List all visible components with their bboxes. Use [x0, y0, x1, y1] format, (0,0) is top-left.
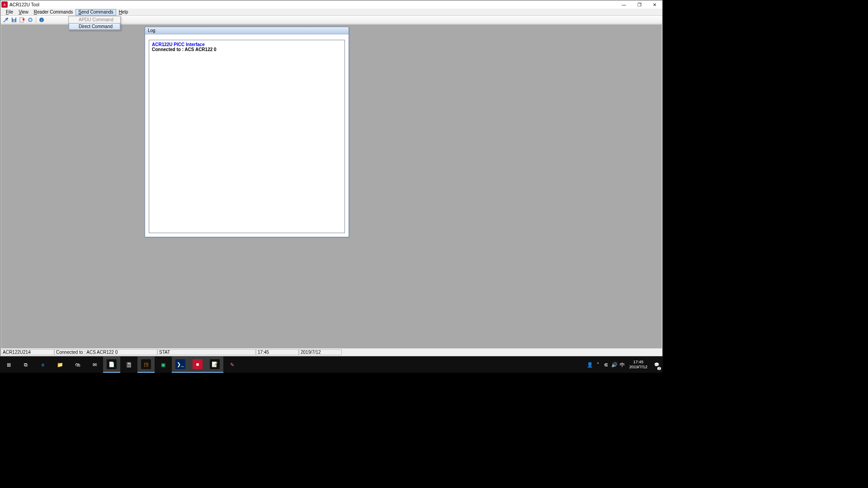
status-device: ACR122U214: [1, 349, 54, 355]
app-icon: A: [1, 1, 8, 8]
svg-point-8: [29, 19, 31, 21]
titlebar[interactable]: A ACR122U Tool — ❐ ✕: [0, 0, 662, 9]
toolbar-separator: [36, 17, 36, 23]
log-window[interactable]: Log ACR122U PICC Interface Connected to …: [145, 27, 349, 237]
taskbar-ms-store[interactable]: 🛍: [69, 357, 86, 373]
send-commands-dropdown: APDU Command Direct Command: [68, 16, 121, 30]
status-stat: STAT: [157, 349, 256, 355]
volume-icon[interactable]: 🔊: [610, 357, 618, 373]
powershell-icon: ❯_: [175, 359, 185, 369]
taskbar-mail[interactable]: ✉: [86, 357, 103, 373]
svg-rect-3: [13, 20, 15, 22]
maximize-button[interactable]: ❐: [632, 0, 647, 9]
taskbar-vmware[interactable]: ◳: [137, 357, 155, 373]
notepadpp-icon: 📄: [107, 359, 117, 369]
svg-point-0: [6, 18, 8, 19]
menu-help[interactable]: Help: [116, 9, 131, 15]
save-icon[interactable]: [10, 16, 18, 23]
edge-icon: e: [38, 360, 48, 370]
about-icon[interactable]: i: [38, 16, 45, 23]
menu-reader-commands[interactable]: Reader Commands: [31, 9, 76, 15]
ms-store-icon: 🛍: [72, 360, 82, 370]
firmware-icon[interactable]: [27, 16, 34, 23]
menu-item-direct-command[interactable]: Direct Command: [69, 23, 120, 30]
log-window-title[interactable]: Log: [145, 27, 349, 34]
status-date: 2019/7/12: [299, 349, 342, 355]
pycharm-icon: ▣: [158, 360, 168, 370]
taskbar-date: 2019/7/12: [629, 365, 647, 370]
notes-icon: 📓: [124, 360, 134, 370]
close-button[interactable]: ✕: [647, 0, 662, 9]
log-textarea[interactable]: ACR122U PICC Interface Connected to : AC…: [149, 40, 345, 233]
sketch-icon: ✎: [227, 360, 237, 370]
taskbar-edge[interactable]: e: [34, 357, 52, 373]
minimize-button[interactable]: —: [616, 0, 632, 9]
taskbar-notepadpp[interactable]: 📄: [103, 357, 120, 373]
windows-taskbar: ⊞⧉e📁🛍✉📄📓◳▣❯_■📝✎ 👤 ˄ ⋐ 🔊 中 17:45 2019/7/1…: [0, 357, 663, 373]
wordpad-icon: 📝: [210, 359, 220, 369]
connect-icon[interactable]: [2, 16, 9, 23]
menu-view[interactable]: View: [16, 9, 31, 15]
taskbar-file-explorer[interactable]: 📁: [52, 357, 69, 373]
start-button-icon: ⊞: [4, 360, 14, 370]
taskbar-powershell[interactable]: ❯_: [172, 357, 189, 373]
taskbar-task-view[interactable]: ⧉: [17, 357, 34, 373]
task-view-icon: ⧉: [21, 360, 31, 370]
menu-file[interactable]: File: [3, 9, 16, 15]
window-title: ACR122U Tool: [9, 2, 39, 7]
log-line-interface: ACR122U PICC Interface: [152, 42, 342, 47]
taskbar-wordpad[interactable]: 📝: [206, 357, 223, 373]
taskbar-acr122u-tool[interactable]: ■: [189, 357, 206, 373]
statusbar: ACR122U214 Connected to : ACS ACR122 0 S…: [1, 349, 662, 356]
log-line-connected: Connected to : ACS ACR122 0: [152, 47, 342, 52]
vmware-icon: ◳: [141, 359, 151, 369]
svg-rect-2: [13, 18, 15, 19]
taskbar-sketch[interactable]: ✎: [223, 357, 241, 373]
notification-badge: 2: [657, 367, 661, 370]
action-center-icon[interactable]: 💬 2: [650, 357, 663, 373]
wifi-icon[interactable]: ⋐: [602, 357, 610, 373]
people-icon[interactable]: 👤: [586, 357, 594, 373]
file-explorer-icon: 📁: [55, 360, 65, 370]
status-time: 17:45: [256, 349, 299, 355]
menubar: File View Reader Commands Send Commands …: [0, 9, 662, 16]
taskbar-clock[interactable]: 17:45 2019/7/12: [627, 360, 650, 370]
menu-item-apdu-command[interactable]: APDU Command: [69, 16, 120, 23]
taskbar-pycharm[interactable]: ▣: [155, 357, 172, 373]
mail-icon: ✉: [90, 360, 99, 370]
menu-send-commands[interactable]: Send Commands: [75, 9, 116, 15]
taskbar-start-button[interactable]: ⊞: [0, 357, 17, 373]
app-window: A ACR122U Tool — ❐ ✕ File View Reader Co…: [0, 0, 663, 357]
acr122u-tool-icon: ■: [193, 359, 203, 369]
taskbar-notes[interactable]: 📓: [120, 357, 137, 373]
status-connection: Connected to : ACS ACR122 0: [54, 349, 157, 355]
tray-overflow-icon[interactable]: ˄: [594, 357, 602, 373]
client-area: Log ACR122U PICC Interface Connected to …: [1, 24, 662, 348]
clear-icon[interactable]: [19, 16, 26, 23]
taskbar-time: 17:45: [629, 360, 647, 365]
ime-icon[interactable]: 中: [618, 357, 627, 373]
svg-text:i: i: [41, 18, 42, 22]
